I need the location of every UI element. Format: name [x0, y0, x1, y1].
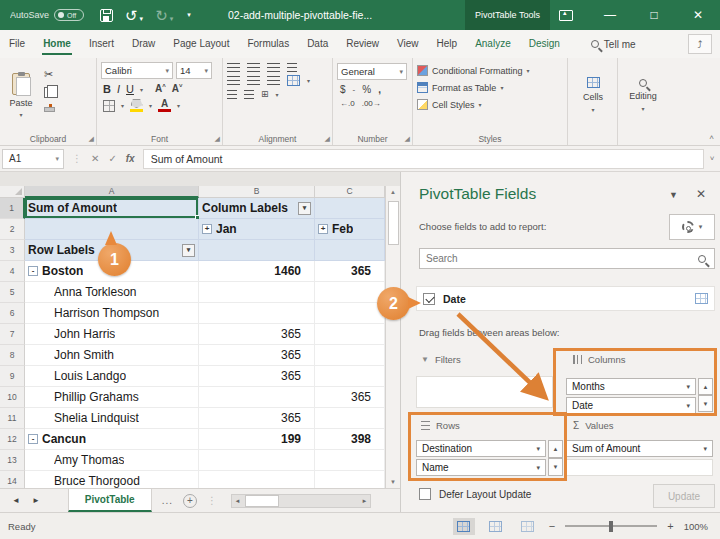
row-header-12[interactable]: 12	[0, 429, 25, 450]
undo-caret-icon[interactable]: ▾	[140, 15, 144, 22]
row-header-3[interactable]: 3	[0, 240, 25, 261]
cell[interactable]: Column Labels▾	[199, 198, 315, 219]
cell[interactable]	[315, 366, 385, 387]
row-header-10[interactable]: 10	[0, 387, 25, 408]
columns-field-date[interactable]: Date▾	[566, 397, 696, 414]
collapse-icon[interactable]: -	[28, 266, 38, 276]
cell[interactable]: Shelia Lindquist	[25, 408, 199, 429]
rows-field-name[interactable]: Name▾	[416, 459, 546, 476]
scroll-down-icon[interactable]: ▼	[390, 476, 396, 488]
percent-icon[interactable]: %	[362, 84, 371, 95]
cell[interactable]	[315, 324, 385, 345]
normal-view-button[interactable]	[453, 518, 475, 535]
filter-dropdown-icon[interactable]: ▾	[298, 202, 311, 215]
fill-color-caret-icon[interactable]: ▾	[149, 102, 152, 109]
menu-tab-file[interactable]: File	[0, 32, 34, 56]
cell[interactable]: Anna Torkleson	[25, 282, 199, 303]
customize-qat-icon[interactable]: ▾	[187, 11, 191, 19]
cell[interactable]	[315, 450, 385, 471]
conditional-formatting-button[interactable]: Conditional Formatting ▾	[417, 62, 563, 79]
field-item-date[interactable]: Date	[416, 286, 715, 311]
cell[interactable]	[315, 198, 385, 219]
save-icon[interactable]	[100, 9, 113, 22]
number-format-combo[interactable]: General▾	[337, 63, 407, 80]
borders-caret-icon[interactable]: ▾	[121, 102, 124, 109]
zoom-slider[interactable]	[565, 525, 657, 527]
redo-caret-icon[interactable]: ▾	[170, 15, 174, 22]
formula-input[interactable]	[143, 149, 704, 169]
wrap-caret-icon[interactable]: ▾	[307, 77, 310, 84]
chip-caret-icon[interactable]: ▾	[536, 464, 540, 472]
cell[interactable]: +Jan	[199, 219, 315, 240]
share-button[interactable]: ⤴	[688, 34, 712, 54]
paste-caret-icon[interactable]: ▾	[19, 111, 22, 118]
column-header-c[interactable]: C	[315, 186, 385, 198]
row-header-13[interactable]: 13	[0, 450, 25, 471]
values-field-sum-of-amount[interactable]: Sum of Amount▾	[566, 440, 713, 457]
cell[interactable]	[199, 471, 315, 488]
cell[interactable]: Harrison Thompson	[25, 303, 199, 324]
underline-button[interactable]: U	[126, 83, 134, 95]
tell-me-button[interactable]: Tell me	[591, 39, 636, 50]
zoom-out-icon[interactable]: −	[549, 520, 555, 532]
format-as-table-button[interactable]: Format as Table ▾	[417, 79, 563, 96]
comma-icon[interactable]: ,	[378, 84, 381, 95]
editing-button[interactable]: Editing ▾	[622, 62, 664, 128]
row-header-4[interactable]: 4	[0, 261, 25, 282]
chip-caret-icon[interactable]: ▾	[536, 445, 540, 453]
spin-down-icon[interactable]: ▼	[698, 395, 713, 412]
paste-button[interactable]: Paste ▾	[4, 62, 38, 128]
decrease-indent-icon[interactable]	[227, 90, 237, 99]
cell[interactable]	[199, 450, 315, 471]
font-color-caret-icon[interactable]: ▾	[177, 102, 180, 109]
row-header-8[interactable]: 8	[0, 345, 25, 366]
bold-button[interactable]: B	[103, 83, 111, 95]
horizontal-scroll-thumb[interactable]	[245, 495, 279, 507]
row-header-5[interactable]: 5	[0, 282, 25, 303]
field-search[interactable]	[419, 248, 715, 269]
scroll-up-icon[interactable]: ▲	[390, 186, 396, 198]
cell[interactable]	[315, 345, 385, 366]
increase-font-icon[interactable]: A˄	[155, 83, 166, 94]
autosave-toggle[interactable]: AutoSave Off	[10, 9, 84, 21]
close-button[interactable]: ✕	[676, 0, 720, 30]
menu-tab-help[interactable]: Help	[428, 32, 467, 56]
cells-button[interactable]: Cells ▾	[572, 62, 614, 128]
scroll-left-icon[interactable]: ◄	[232, 498, 243, 504]
underline-caret-icon[interactable]: ▾	[140, 86, 143, 93]
cell[interactable]: 365	[199, 345, 315, 366]
cell[interactable]: Louis Landgo	[25, 366, 199, 387]
row-header-11[interactable]: 11	[0, 408, 25, 429]
merge-caret-icon[interactable]: ▾	[276, 91, 279, 98]
menu-tab-view[interactable]: View	[388, 32, 428, 56]
menu-tab-data[interactable]: Data	[298, 32, 337, 56]
formula-cancel-icon[interactable]: ✕	[91, 153, 99, 164]
cell[interactable]: 199	[199, 429, 315, 450]
menu-tab-draw[interactable]: Draw	[123, 32, 164, 56]
font-dialog-launcher-icon[interactable]: ◢	[215, 135, 220, 143]
menu-tab-formulas[interactable]: Formulas	[238, 32, 298, 56]
pane-options-caret-icon[interactable]: ▼	[669, 190, 678, 200]
cell[interactable]: Phillip Grahams	[25, 387, 199, 408]
zoom-in-icon[interactable]: +	[667, 520, 673, 532]
expand-icon[interactable]: +	[202, 224, 212, 234]
borders-icon[interactable]	[103, 100, 115, 112]
vertical-scroll-thumb[interactable]	[388, 201, 399, 245]
spin-up-icon[interactable]: ▲	[548, 440, 563, 458]
menu-tab-home[interactable]: Home	[34, 32, 80, 56]
cell[interactable]: Sum of Amount	[25, 198, 199, 219]
cell[interactable]	[199, 303, 315, 324]
align-right-icon[interactable]	[267, 76, 280, 85]
fill-color-button[interactable]	[130, 99, 143, 112]
cell[interactable]	[199, 387, 315, 408]
update-button[interactable]: Update	[653, 484, 715, 508]
increase-indent-icon[interactable]	[244, 90, 254, 99]
cell[interactable]: -Cancun	[25, 429, 199, 450]
page-layout-view-button[interactable]	[485, 518, 507, 535]
formula-enter-icon[interactable]: ✓	[108, 153, 116, 164]
row-header-9[interactable]: 9	[0, 366, 25, 387]
filters-drop-area[interactable]	[416, 376, 553, 408]
menu-tab-page-layout[interactable]: Page Layout	[164, 32, 238, 56]
columns-field-months[interactable]: Months▾	[566, 378, 696, 395]
orientation-icon[interactable]	[287, 63, 297, 72]
